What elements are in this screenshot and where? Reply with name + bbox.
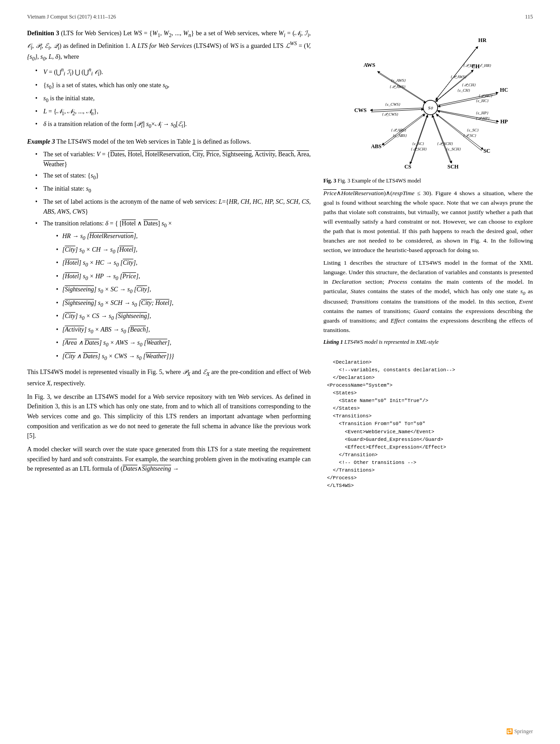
def3-bullet-3: s0 is the initial state, <box>35 94 311 105</box>
tr-2: [City] s0 × CH → s0 [Hotel], <box>56 245 311 256</box>
tr-6: [Sightseeing] s0 × SCH → s0 [City; Hotel… <box>56 298 311 309</box>
bottom-para-1: This LTS4WS model is represented visuall… <box>27 367 311 388</box>
ex3-bullet-states: The set of states: {s0} <box>35 171 311 182</box>
springer-logo: 🔁 Springer <box>506 728 533 735</box>
tr-1: HR → s0 [HotelReservation], <box>56 231 311 243</box>
example-text: The LTS4WS model of the ten Web services… <box>56 138 251 145</box>
bottom-para-3: A model checker will search over the sta… <box>27 445 311 474</box>
listing-title: LTS4WS model is represented in XML-style <box>345 339 439 345</box>
def3-bullet-2: {s0} is a set of states, which has only … <box>35 80 311 92</box>
def3-bullet-4: L = {𝒩1, 𝒩2, ..., 𝒩n}, <box>35 107 311 118</box>
def3-bullet-5: δ is a transition relation of the form [… <box>35 119 311 131</box>
svg-text:{𝒫_HC}: {𝒫_HC} <box>479 94 493 98</box>
svg-text:{ε_SCH}: {ε_SCH} <box>446 147 461 151</box>
fig3-label: Fig. 3 <box>323 178 336 184</box>
listing-caption: Listing 1 LTS4WS model is represented in… <box>323 339 533 346</box>
definition-3-text: Definition 3 (LTS for Web Services) Let … <box>27 28 311 63</box>
page-header: Vietnam J Comput Sci (2017) 4:111–126 11… <box>27 14 533 20</box>
svg-text:{ε_SC}: {ε_SC} <box>412 141 424 146</box>
svg-text:{𝒫_ABS}: {𝒫_ABS} <box>391 128 406 132</box>
def3-title: Definition 3 <box>27 30 59 37</box>
page: Vietnam J Comput Sci (2017) 4:111–126 11… <box>0 0 560 744</box>
svg-text:HC: HC <box>500 87 508 93</box>
tr-9: [Area ∧ Dates] s0 × AWS → s0 [Weather], <box>56 338 311 349</box>
svg-text:{𝒫_HP}: {𝒫_HP} <box>476 116 490 121</box>
svg-text:ABS: ABS <box>371 143 382 150</box>
svg-text:{𝒫_CWS}: {𝒫_CWS} <box>382 112 398 117</box>
svg-text:SC: SC <box>483 148 490 154</box>
svg-text:s₀: s₀ <box>428 104 433 111</box>
svg-text:{𝒫_SCH}: {𝒫_SCH} <box>411 147 427 151</box>
ex3-bullet-transitions: The transition relations: δ = { [Hotel ∧… <box>35 219 311 363</box>
svg-text:CH: CH <box>471 63 480 70</box>
fig3-text: Fig. 3 Example of the LTS4WS model <box>338 178 421 184</box>
tr-8: [Activity] s0 × ABS → s0 [Beach], <box>56 325 311 336</box>
definition-3: Definition 3 (LTS for Web Services) Let … <box>27 28 311 131</box>
tr-10: [City ∧ Dates] s0 × CWS → s0 [Weather]}} <box>56 351 311 363</box>
figure-3-caption: Fig. 3 Fig. 3 Example of the LTS4WS mode… <box>323 178 533 184</box>
svg-text:AWS: AWS <box>364 62 375 68</box>
example-3-intro: Example 3 The LTS4WS model of the ten We… <box>27 137 311 147</box>
svg-text:{ε_SC}: {ε_SC} <box>467 128 479 132</box>
page-footer: 🔁 Springer <box>506 728 533 735</box>
svg-text:CS: CS <box>404 164 411 170</box>
svg-text:{𝒫_SC}: {𝒫_SC} <box>463 133 476 138</box>
ex3-bullet-init: The initial state: s0 <box>35 184 311 195</box>
left-column: Definition 3 (LTS for Web Services) Let … <box>27 28 311 495</box>
example-3-bullets: The set of variables: V = {Dates, Hotel,… <box>35 150 311 363</box>
svg-text:{ε_ABS}: {ε_ABS} <box>393 133 407 138</box>
svg-text:{𝒫_AWS}: {𝒫_AWS} <box>390 84 406 89</box>
example-3: Example 3 The LTS4WS model of the ten We… <box>27 137 311 363</box>
example-label: Example 3 <box>27 138 55 145</box>
svg-text:{𝒫_CH}: {𝒫_CH} <box>462 83 476 87</box>
header-left: Vietnam J Comput Sci (2017) 4:111–126 <box>27 14 116 20</box>
tr-5: [Sightseeing] s0 × SC → s0 [City], <box>56 285 311 296</box>
listing-code: <Declaration> <!--variables, constants d… <box>323 349 533 491</box>
main-content: Definition 3 (LTS for Web Services) Let … <box>27 28 533 495</box>
right-column: s₀ HR {𝒫_HR} {ℰ_HR} {𝒫_AWS} AWS {ε_AWS} … <box>323 28 533 495</box>
ex3-bullet-vars: The set of variables: V = {Dates, Hotel,… <box>35 150 311 169</box>
svg-text:{ε_HP}: {ε_HP} <box>476 111 489 115</box>
def3-bullet-1: V = (⋃ni ℐi) ⋃ (⋃ni 𝒪i). <box>35 66 311 79</box>
tr-7: [City] s0 × CS → s0 [Sightseeing], <box>56 311 311 323</box>
ex3-bullet-labels: The set of label actions is the acronym … <box>35 197 311 216</box>
def3-bullets: V = (⋃ni ℐi) ⋃ (⋃ni 𝒪i). {s0} is a set o… <box>35 66 311 131</box>
listing-label: Listing 1 <box>323 339 345 345</box>
right-para-2: Listing 1 describes the structure of LTS… <box>323 258 533 335</box>
def3-subtitle: (LTS for Web Services) <box>61 30 121 37</box>
tr-4: [Hotel] s0 × HP → s0 [Price], <box>56 271 311 283</box>
svg-text:{𝒫_SCH}: {𝒫_SCH} <box>437 141 453 146</box>
right-para-1: Price∧HotelReservation)∧(respTime ≤ 30).… <box>323 189 533 255</box>
svg-text:HP: HP <box>500 118 508 125</box>
svg-line-33 <box>433 115 452 163</box>
figure-3-svg: s₀ HR {𝒫_HR} {ℰ_HR} {𝒫_AWS} AWS {ε_AWS} … <box>323 28 533 173</box>
listing-1: Listing 1 LTS4WS model is represented in… <box>323 339 533 491</box>
svg-text:{ε_AWS}: {ε_AWS} <box>391 78 406 83</box>
header-right: 115 <box>525 14 533 20</box>
svg-text:SCH: SCH <box>448 164 459 170</box>
tr-3: [Hotel] s0 × HC → s0 [City], <box>56 258 311 269</box>
svg-text:CWS: CWS <box>354 107 367 113</box>
figure-3-box: s₀ HR {𝒫_HR} {ℰ_HR} {𝒫_AWS} AWS {ε_AWS} … <box>323 28 533 184</box>
svg-text:HR: HR <box>478 37 486 43</box>
svg-text:{ε_CWS}: {ε_CWS} <box>385 102 401 107</box>
transition-list: HR → s0 [HotelReservation], [City] s0 × … <box>56 231 311 363</box>
svg-line-39 <box>411 115 428 163</box>
svg-text:{ε_HC}: {ε_HC} <box>476 98 489 103</box>
svg-text:{ε_CH}: {ε_CH} <box>457 88 470 93</box>
bottom-para-2: In Fig. 3, we describe an LTS4WS model f… <box>27 392 311 441</box>
